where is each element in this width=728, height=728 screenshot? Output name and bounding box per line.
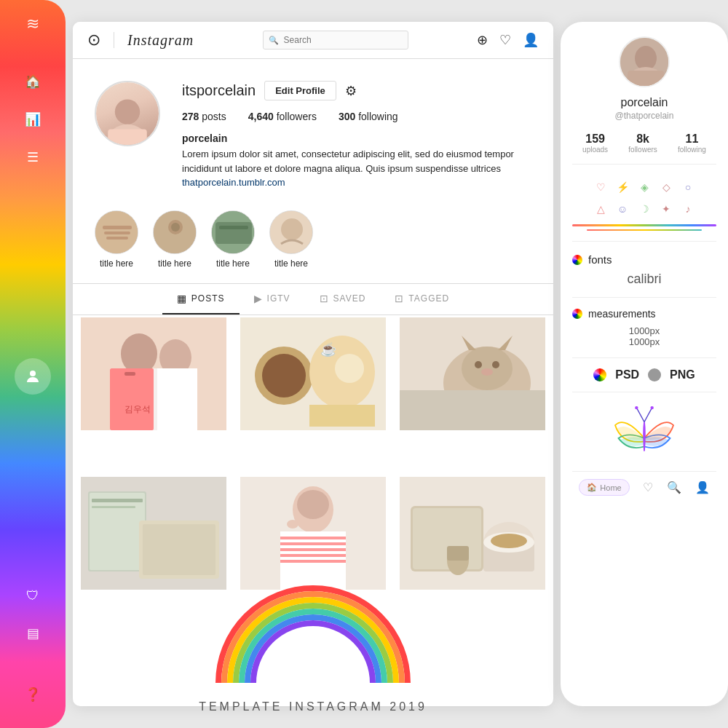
star-icon: ✦ [658, 201, 674, 217]
rainbow-arc [204, 581, 422, 690]
search-icon: 🔍 [269, 36, 279, 45]
svg-rect-60 [280, 560, 346, 563]
template-title: TEMPLATE INSTAGRAM 2019 [73, 700, 553, 713]
profile-username-row: itsporcelain Edit Profile ⚙ [182, 81, 531, 100]
svg-point-68 [491, 534, 527, 548]
sidebar-logo: ≋ [26, 15, 39, 33]
svg-point-0 [30, 371, 36, 376]
home-nav-icon: 🏠 [587, 483, 597, 492]
tab-saved-label: SAVED [333, 293, 366, 304]
svg-rect-3 [108, 130, 147, 146]
sidebar-item-help[interactable]: ❓ [20, 681, 46, 708]
right-followers-number: 8k [628, 132, 657, 146]
right-username: porcelain [572, 96, 716, 109]
search-input[interactable] [263, 31, 408, 50]
ig-logo-divider [114, 32, 114, 48]
heart-icon[interactable]: ♡ [499, 32, 511, 48]
sidebar-item-home[interactable]: 🏠 [20, 68, 46, 95]
svg-point-77 [635, 406, 638, 409]
svg-rect-7 [106, 237, 128, 240]
instagram-camera-icon: ⊙ [87, 31, 100, 50]
highlight-1[interactable]: title here [95, 210, 138, 269]
right-uploads-number: 159 [582, 132, 608, 146]
profile-bio: Lorem ipsum dolor sit amet, consectetur … [182, 147, 531, 175]
svg-rect-76 [628, 71, 664, 87]
sidebar-item-shield[interactable]: 🛡 [20, 582, 46, 609]
svg-rect-5 [103, 226, 132, 229]
highlight-3[interactable]: title here [211, 210, 255, 269]
right-following-number: 11 [678, 132, 706, 146]
tag-icon: ◈ [636, 179, 652, 195]
right-bottom-nav: 🏠 Home ♡ 🔍 👤 [572, 471, 716, 496]
width-value: 1000px [572, 325, 716, 336]
svg-rect-22 [157, 368, 197, 430]
heart-nav-icon[interactable]: ♡ [643, 480, 653, 494]
sidebar-item-chart[interactable]: 📊 [20, 106, 46, 132]
heart-outline-icon: ♡ [593, 179, 609, 195]
lightning-icon: ⚡ [614, 179, 630, 195]
tagged-tab-icon: ⊡ [395, 293, 404, 304]
right-uploads-stat: 159 uploads [582, 132, 608, 154]
sidebar-item-user[interactable] [15, 358, 51, 395]
sidebar-item-list[interactable]: ☰ [20, 144, 46, 170]
font-name: calibri [572, 272, 716, 287]
measurements-title: measurements [572, 308, 716, 320]
ig-logo-text: Instagram [127, 32, 194, 49]
compass-icon[interactable]: ⊕ [477, 32, 488, 48]
ig-nav-icons: ⊕ ♡ 👤 [477, 32, 539, 48]
tab-saved[interactable]: ⊡ SAVED [305, 284, 381, 314]
moon-icon: ☽ [636, 201, 652, 217]
svg-rect-72 [447, 546, 469, 561]
right-icons-row-1: ♡ ⚡ ◈ ◇ ○ [593, 179, 696, 195]
user-nav-icon[interactable]: 👤 [695, 480, 710, 494]
tab-tagged-label: TAGGED [408, 293, 449, 304]
psd-rainbow-dot [593, 368, 606, 381]
svg-rect-70 [413, 508, 481, 569]
fonts-label: fonts [588, 253, 612, 266]
svg-point-10 [171, 223, 180, 232]
svg-rect-56 [280, 537, 346, 539]
profile-avatar [95, 81, 160, 146]
svg-rect-13 [219, 226, 248, 229]
highlight-title-3: title here [216, 258, 250, 269]
svg-rect-57 [280, 542, 346, 545]
edit-profile-button[interactable]: Edit Profile [264, 81, 336, 100]
profile-username: itsporcelain [182, 82, 256, 99]
settings-icon[interactable]: ⚙ [345, 83, 357, 99]
svg-rect-59 [280, 554, 346, 557]
svg-rect-46 [92, 499, 143, 502]
profile-link[interactable]: thatporcelain.tumblr.com [182, 177, 285, 188]
search-nav-icon[interactable]: 🔍 [667, 480, 681, 494]
fonts-title: fonts [572, 253, 716, 266]
height-value: 1000px [572, 336, 716, 347]
tab-igtv[interactable]: ▶ IGTV [240, 284, 305, 314]
highlight-2[interactable]: title here [153, 210, 197, 269]
svg-rect-47 [92, 506, 135, 508]
ig-search-container: 🔍 [263, 31, 408, 50]
butterfly-section [572, 403, 716, 461]
measurements-label: measurements [588, 308, 656, 320]
tab-tagged[interactable]: ⊡ TAGGED [380, 284, 464, 314]
followers-stat: 4,640 followers [248, 111, 317, 122]
post-2[interactable]: ☕ [234, 317, 392, 475]
highlight-4[interactable]: title here [269, 210, 313, 269]
profile-icon[interactable]: 👤 [523, 32, 539, 48]
svg-rect-45 [90, 493, 145, 570]
profile-image [96, 82, 159, 145]
post-3[interactable] [394, 317, 551, 475]
fonts-rainbow-dot [572, 255, 582, 265]
home-nav-button[interactable]: 🏠 Home [579, 479, 629, 496]
tab-posts[interactable]: ▦ POSTS [162, 284, 240, 314]
posts-stat: 278 posts [182, 111, 226, 122]
svg-rect-51 [143, 524, 215, 575]
highlight-circle-4 [269, 210, 313, 254]
svg-point-15 [281, 218, 303, 240]
post-1[interactable]: 김우석 [75, 317, 232, 475]
music-icon: ♪ [680, 201, 696, 217]
highlight-title-1: title here [100, 258, 133, 269]
right-handle: @thatporcelain [572, 111, 716, 121]
sidebar-item-menu[interactable]: ▤ [20, 620, 46, 646]
svg-point-41 [481, 368, 493, 376]
fonts-section: fonts calibri [572, 253, 716, 298]
measurements-rainbow-dot [572, 309, 582, 319]
